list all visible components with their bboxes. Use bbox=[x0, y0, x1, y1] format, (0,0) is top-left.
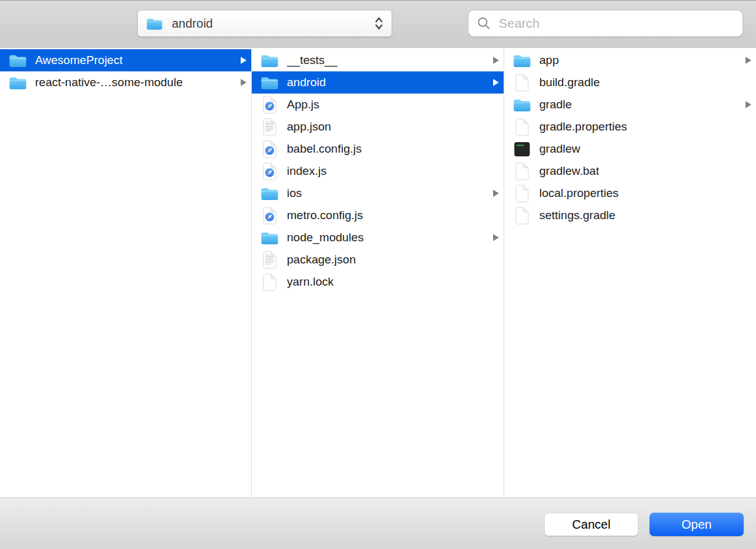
disclosure-arrow-icon bbox=[488, 233, 500, 242]
folder-icon bbox=[513, 97, 531, 113]
file-item[interactable]: react-native-…some-module bbox=[0, 71, 251, 94]
file-name: gradle.properties bbox=[539, 120, 627, 134]
file-item[interactable]: package.json bbox=[252, 249, 504, 271]
search-input[interactable] bbox=[497, 15, 735, 31]
blank-document-icon bbox=[513, 118, 531, 136]
dialog-toolbar: android bbox=[0, 0, 756, 48]
disclosure-arrow-icon bbox=[236, 55, 247, 65]
file-name: settings.gradle bbox=[539, 209, 616, 222]
file-item[interactable]: App.js bbox=[252, 94, 504, 116]
file-item[interactable]: build.gradle bbox=[504, 71, 756, 94]
file-item[interactable]: index.js bbox=[252, 160, 504, 182]
file-item[interactable]: gradlew.bat bbox=[504, 160, 756, 182]
file-item[interactable]: yarn.lock bbox=[252, 271, 504, 293]
file-name: babel.config.js bbox=[287, 142, 361, 156]
open-button[interactable]: Open bbox=[649, 513, 744, 536]
file-name: AwesomeProject bbox=[35, 54, 123, 67]
js-file-icon bbox=[260, 140, 279, 158]
cancel-button[interactable]: Cancel bbox=[544, 513, 638, 536]
column-browser: AwesomeProjectreact-native-…some-module … bbox=[0, 48, 756, 497]
blank-document-icon bbox=[260, 273, 279, 291]
file-name: app bbox=[539, 54, 559, 67]
file-name: yarn.lock bbox=[287, 275, 334, 289]
folder-icon bbox=[260, 53, 279, 68]
dialog-footer: Cancel Open bbox=[0, 497, 756, 549]
disclosure-arrow-icon bbox=[488, 188, 500, 198]
file-name: app.json bbox=[287, 120, 331, 134]
disclosure-arrow-icon bbox=[488, 55, 500, 65]
current-folder-label: android bbox=[172, 17, 374, 31]
folder-icon bbox=[260, 186, 279, 201]
file-name: App.js bbox=[287, 98, 320, 111]
file-item[interactable]: AwesomeProject bbox=[0, 49, 251, 71]
js-file-icon bbox=[260, 162, 279, 180]
folder-icon bbox=[260, 230, 279, 246]
file-name: local.properties bbox=[539, 186, 619, 200]
file-item[interactable]: android bbox=[252, 71, 504, 94]
file-name: gradle bbox=[539, 98, 572, 111]
js-file-icon bbox=[260, 96, 279, 114]
search-icon bbox=[477, 16, 491, 31]
disclosure-arrow-icon bbox=[488, 78, 500, 87]
folder-icon bbox=[513, 53, 531, 68]
browser-column-3: appbuild.gradlegradlegradle.propertiesgr… bbox=[504, 48, 756, 497]
current-folder-dropdown[interactable]: android bbox=[137, 10, 392, 37]
executable-icon bbox=[513, 142, 531, 157]
file-item[interactable]: gradle bbox=[504, 94, 756, 116]
folder-icon bbox=[9, 75, 27, 90]
chevron-up-down-icon bbox=[374, 15, 385, 32]
file-name: package.json bbox=[287, 253, 356, 266]
blank-document-icon bbox=[513, 74, 531, 92]
file-item[interactable]: local.properties bbox=[504, 182, 756, 204]
file-name: build.gradle bbox=[539, 76, 600, 89]
search-field bbox=[468, 10, 743, 37]
browser-column-1: AwesomeProjectreact-native-…some-module bbox=[0, 48, 251, 497]
file-item[interactable]: __tests__ bbox=[252, 49, 504, 71]
file-name: __tests__ bbox=[287, 54, 337, 67]
file-item[interactable]: ios bbox=[252, 182, 504, 204]
file-name: gradlew bbox=[539, 142, 581, 156]
file-name: metro.config.js bbox=[287, 209, 363, 222]
file-item[interactable]: app.json bbox=[252, 116, 504, 138]
file-name: ios bbox=[287, 186, 302, 200]
file-name: index.js bbox=[287, 164, 326, 178]
folder-icon bbox=[9, 53, 27, 68]
folder-icon bbox=[260, 75, 279, 90]
disclosure-arrow-icon bbox=[236, 78, 247, 87]
folder-icon bbox=[146, 17, 163, 31]
browser-column-2: __tests__androidApp.jsapp.jsonbabel.conf… bbox=[251, 48, 504, 497]
file-name: node_modules bbox=[287, 231, 364, 244]
file-item[interactable]: gradlew bbox=[504, 138, 756, 160]
file-name: gradlew.bat bbox=[539, 164, 599, 178]
document-icon bbox=[260, 251, 279, 269]
blank-document-icon bbox=[513, 207, 531, 225]
file-item[interactable]: babel.config.js bbox=[252, 138, 504, 160]
file-item[interactable]: settings.gradle bbox=[504, 204, 756, 226]
file-name: react-native-…some-module bbox=[35, 76, 183, 89]
disclosure-arrow-icon bbox=[741, 100, 752, 110]
js-file-icon bbox=[260, 207, 279, 225]
file-item[interactable]: node_modules bbox=[252, 226, 504, 249]
blank-document-icon bbox=[513, 185, 531, 202]
document-icon bbox=[260, 118, 279, 136]
file-item[interactable]: app bbox=[504, 49, 756, 71]
blank-document-icon bbox=[513, 162, 531, 180]
file-item[interactable]: metro.config.js bbox=[252, 204, 504, 226]
disclosure-arrow-icon bbox=[741, 55, 752, 65]
file-name: android bbox=[287, 76, 326, 89]
file-item[interactable]: gradle.properties bbox=[504, 116, 756, 138]
